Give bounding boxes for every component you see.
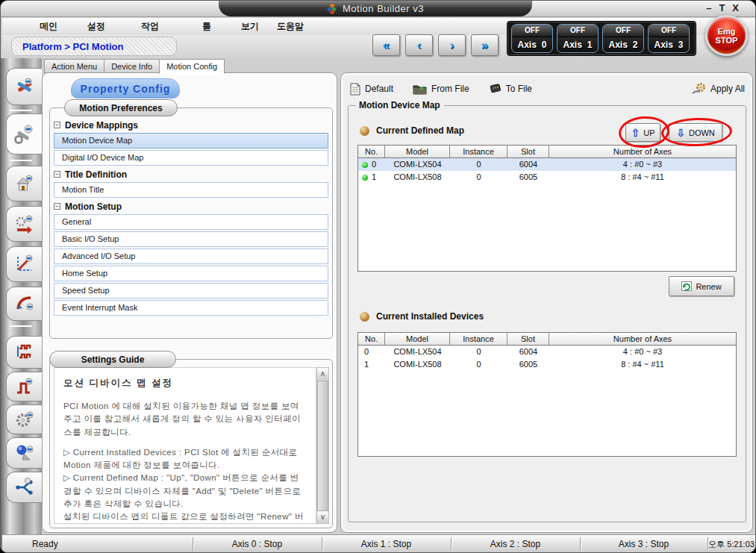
gear-hand-icon	[691, 83, 706, 95]
motion-preferences-pill: Motion Preferences	[64, 99, 178, 116]
robot-axis-chart-icon[interactable]	[6, 246, 42, 282]
axis-1-button[interactable]: OFF Axis1	[557, 24, 599, 53]
tree-item-motion-title[interactable]: Motion Title	[54, 182, 328, 198]
nav-group: « ‹ › »	[372, 34, 499, 56]
tree-item-digital-io-device-map[interactable]: Digital I/O Device Map	[54, 150, 328, 166]
nav-next-button[interactable]: ›	[438, 34, 466, 56]
robot-tools-icon[interactable]	[6, 68, 42, 105]
tree-item-speed-setup[interactable]: Speed Setup	[54, 283, 328, 299]
title-bar: Motion Builder v3 – T X	[1, 1, 755, 17]
installed-devices-table: No. Model Instance Slot Number of Axes 0…	[357, 332, 737, 457]
robot-wrench-icon[interactable]	[6, 113, 42, 154]
from-file-button[interactable]: From File	[413, 84, 469, 95]
preferences-tree: − Device Mappings Motion Device Map Digi…	[54, 116, 328, 317]
status-axis-3: Axis 3 : Stop	[580, 535, 707, 553]
menu-settings[interactable]: 설정	[81, 20, 111, 33]
status-led-icon	[362, 175, 368, 181]
tree-item-general[interactable]: General	[54, 214, 328, 230]
status-axis-0: Axis 0 : Stop	[193, 535, 322, 553]
table-row[interactable]: 0 COMI-LX504 0 6004 4 : #0 ~ #3	[358, 158, 736, 171]
document-icon	[350, 83, 360, 96]
axis-2-button[interactable]: OFF Axis2	[602, 24, 644, 53]
guide-heading: 모션 디바이스 맵 설정	[63, 377, 307, 390]
tree-item-basic-io-setup[interactable]: Basic I/O Setup	[54, 231, 328, 247]
robot-home-icon[interactable]	[6, 166, 42, 201]
status-bar: Ready Axis 0 : Stop Axis 1 : Stop Axis 2…	[2, 534, 755, 552]
emergency-stop-button[interactable]: Emg STOP	[705, 15, 748, 56]
down-arrow-icon: ⇩	[676, 128, 685, 138]
robot-pulse-icon[interactable]	[6, 372, 42, 402]
property-config-header: Property Config	[71, 78, 180, 99]
window-title: Motion Builder v3	[343, 3, 424, 14]
table-row[interactable]: 1 COMI-LX508 0 6005 8 : #4 ~ #11	[358, 358, 736, 371]
close-button[interactable]: X	[732, 2, 739, 14]
defined-map-table: No. Model Instance Slot Number of Axes 0…	[357, 145, 737, 272]
groupbox-title: Motion Device Map	[355, 100, 444, 110]
up-button[interactable]: ⇧ UP	[625, 123, 660, 142]
menu-help[interactable]: 도움말	[271, 20, 310, 33]
status-ready: Ready	[32, 535, 58, 553]
robot-arc-icon[interactable]	[6, 287, 42, 321]
tab-motion-config[interactable]: Motion Config	[159, 59, 225, 74]
menu-task[interactable]: 작업	[135, 20, 165, 33]
bullet-sphere-icon	[360, 126, 369, 136]
renew-button[interactable]: Renew	[669, 276, 734, 296]
tree-item-motion-device-map[interactable]: Motion Device Map	[54, 133, 328, 149]
nav-prev-button[interactable]: ‹	[405, 34, 433, 56]
status-axis-2: Axis 2 : Stop	[451, 535, 580, 553]
property-config-panel: Property Config Motion Preferences − Dev…	[42, 72, 337, 533]
minimize-button[interactable]: –	[706, 2, 711, 14]
to-file-button[interactable]: To File	[489, 84, 532, 94]
menu-main[interactable]: 메인	[34, 20, 63, 33]
file-toolbar: Default From File To File Apply All	[350, 80, 745, 98]
collapse-icon[interactable]: −	[54, 203, 60, 210]
menu-view[interactable]: 보기	[235, 20, 265, 33]
tab-device-info[interactable]: Device Info	[104, 59, 159, 73]
guide-scrollbar[interactable]: ∧ ∨	[316, 367, 329, 524]
tree-item-home-setup[interactable]: Home Setup	[54, 266, 328, 281]
nav-first-button[interactable]: «	[372, 34, 400, 56]
table-header: No. Model Instance Slot Number of Axes	[358, 333, 736, 346]
down-button[interactable]: ⇩ DOWN	[669, 123, 722, 142]
axis-0-button[interactable]: OFF Axis0	[511, 24, 553, 53]
robot-sphere-icon[interactable]	[6, 437, 42, 469]
table-row[interactable]: 0 COMI-LX504 0 6004 4 : #0 ~ #3	[358, 346, 736, 358]
tree-item-event-interrupt-mask[interactable]: Event Interrupt Mask	[54, 300, 328, 316]
scroll-down-icon[interactable]: ∨	[317, 511, 328, 523]
tree-category-motion-setup[interactable]: − Motion Setup	[54, 200, 328, 213]
axis-panel: OFF Axis0 OFF Axis1 OFF Axis2 OFF Axis3	[507, 21, 696, 56]
tray-button[interactable]: T	[719, 2, 725, 14]
renew-icon	[681, 281, 692, 291]
chip-icon	[489, 84, 502, 94]
robot-pulse-dual-icon[interactable]	[6, 336, 42, 369]
tree-item-advanced-io-setup[interactable]: Advanced I/O Setup	[54, 249, 328, 264]
robot-gear-icon[interactable]	[6, 404, 42, 434]
default-button[interactable]: Default	[350, 83, 393, 96]
scroll-up-icon[interactable]: ∧	[317, 368, 328, 380]
collapse-icon[interactable]: −	[54, 171, 60, 178]
status-clock: 오후 5:21:03	[707, 535, 755, 553]
folder-icon	[413, 84, 427, 95]
collapse-icon[interactable]: −	[54, 122, 60, 128]
nav-last-button[interactable]: »	[471, 34, 499, 56]
tree-category-device-mappings[interactable]: − Device Mappings	[54, 119, 328, 131]
apply-all-button[interactable]: Apply All	[691, 83, 745, 95]
robot-gears-arrow-icon[interactable]	[6, 206, 42, 242]
axis-3-button[interactable]: OFF Axis3	[648, 24, 690, 53]
breadcrumb: Platform > PCI Motion	[11, 37, 177, 56]
tab-action-menu[interactable]: Action Menu	[44, 59, 104, 73]
app-logo-icon	[327, 4, 337, 14]
scroll-thumb[interactable]	[317, 381, 328, 511]
robot-network-icon[interactable]	[6, 472, 42, 503]
table-row[interactable]: 1 COMI-LX508 0 6005 8 : #4 ~ #11	[358, 171, 736, 184]
current-installed-devices-label: Current Installed Devices	[360, 311, 484, 322]
toolbar-row: Platform > PCI Motion « ‹ › » OFF Axis0 …	[2, 35, 755, 58]
settings-guide-text: 모션 디바이스 맵 설정 PCI Motion 에 대해 설치된 이용가능한 채…	[54, 367, 316, 524]
motion-device-map-panel: Default From File To File Apply All Moti…	[340, 72, 753, 533]
settings-guide-pill: Settings Guide	[49, 351, 176, 368]
menu-tools[interactable]: 툴	[196, 20, 217, 33]
status-led-icon	[362, 162, 368, 168]
tree-category-title-definition[interactable]: − Title Definition	[54, 168, 328, 181]
current-defined-map-label: Current Defined Map	[360, 125, 464, 136]
sidebar	[1, 58, 42, 553]
